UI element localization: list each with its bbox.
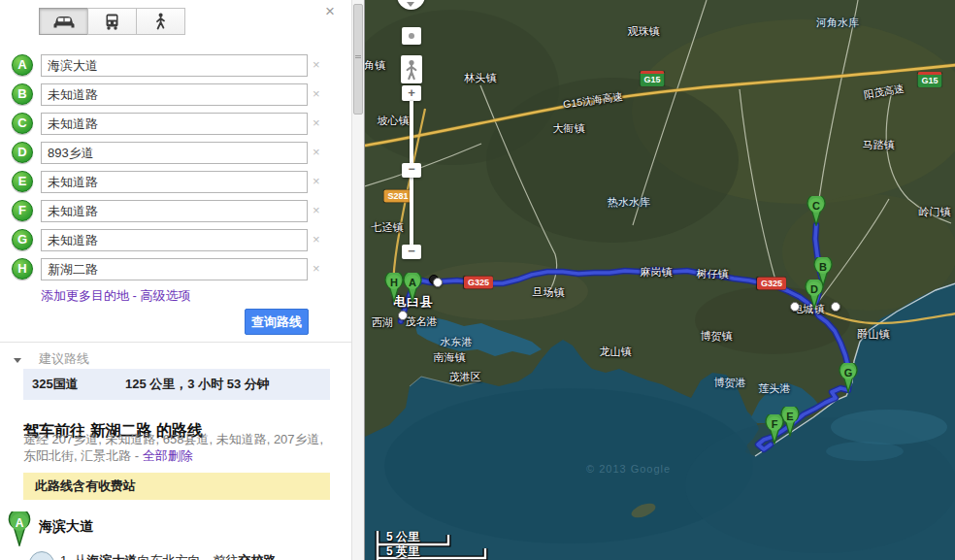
waypoint-input-e[interactable]	[41, 171, 308, 193]
svg-text:A: A	[16, 516, 24, 530]
map-town-label: 角镇	[364, 58, 385, 73]
map-town-label: 爵山镇	[858, 327, 890, 342]
link-separator: -	[129, 288, 141, 303]
waypoint-row-h: H ×	[0, 258, 351, 280]
walking-mode-button[interactable]	[136, 8, 185, 35]
clear-waypoint-c-icon[interactable]: ×	[313, 116, 320, 130]
clear-waypoint-g-icon[interactable]: ×	[313, 233, 320, 247]
route-marker-pin-d[interactable]: D	[804, 280, 825, 313]
waypoint-badge-f: F	[12, 200, 33, 221]
svg-text:F: F	[772, 418, 778, 430]
svg-text:C: C	[812, 200, 820, 212]
waypoint-badge-a: A	[12, 54, 33, 76]
panel-scrollbar-thumb[interactable]	[353, 4, 363, 115]
waypoint-input-f[interactable]	[41, 200, 308, 222]
clear-waypoint-d-icon[interactable]: ×	[313, 146, 320, 159]
clear-waypoint-h-icon[interactable]: ×	[313, 262, 320, 276]
step-number: 1.	[60, 553, 71, 560]
dot-icon	[409, 33, 414, 39]
waypoint-badge-e: E	[12, 171, 33, 192]
remove-all-link[interactable]: 全部删除	[143, 448, 193, 463]
route-via-point[interactable]	[831, 302, 840, 312]
route-via-point[interactable]	[398, 311, 408, 320]
route-name: 325国道	[32, 376, 125, 393]
suggested-routes-label: 建议路线	[39, 350, 89, 368]
map-town-label: 旦场镇	[533, 285, 565, 300]
waypoint-row-e: E ×	[0, 171, 351, 193]
scale-miles-label: 5 英里	[386, 544, 419, 560]
waypoint-input-c[interactable]	[41, 113, 308, 135]
zoom-slider-track[interactable]	[410, 101, 413, 255]
clear-waypoint-a-icon[interactable]: ×	[313, 58, 320, 72]
map-water-label: 热水水库	[608, 195, 650, 210]
start-point-name: 海滨大道	[39, 518, 93, 536]
car-icon	[52, 15, 76, 29]
waypoint-badge-b: B	[12, 83, 33, 105]
direction-step-1[interactable]: 1. 从海滨大道向东北方向，前往交校路	[60, 552, 276, 560]
route-via-point[interactable]	[790, 302, 800, 312]
waypoint-input-a[interactable]	[41, 54, 308, 77]
route-shield-g15: G15	[917, 72, 941, 87]
zoom-slider-handle[interactable]: −	[402, 163, 421, 178]
route-marker-pin-a[interactable]: A	[402, 273, 423, 307]
map-town-label: 西湖	[372, 315, 393, 330]
clear-waypoint-b-icon[interactable]: ×	[313, 87, 320, 101]
waypoint-input-h[interactable]	[41, 258, 308, 280]
route-option-selected[interactable]: 325国道 125 公里，3 小时 53 分钟	[23, 369, 330, 400]
clear-waypoint-e-icon[interactable]: ×	[313, 175, 320, 188]
map-canvas[interactable]: 角镇观珠镇林头镇坡心镇大衙镇马踏镇七迳镇岭门镇麻岗镇树仔镇旦场镇电城镇爵山镇博贺…	[364, 0, 955, 560]
waypoint-badge-g: G	[12, 229, 33, 250]
bus-icon	[105, 14, 119, 30]
get-directions-button[interactable]: 查询路线	[245, 309, 309, 335]
svg-text:B: B	[819, 261, 827, 273]
add-destination-link[interactable]: 添加更多目的地	[41, 288, 129, 303]
zoom-out-button[interactable]: −	[402, 245, 421, 259]
advanced-options-link[interactable]: 高级选项	[141, 288, 191, 303]
via-roads-text: 途经 207乡道, 未知道路, 658县道, 未知道路, 207乡道, 东阳北街…	[23, 431, 334, 464]
step-drag-handle[interactable]	[29, 551, 54, 560]
svg-text:A: A	[409, 277, 416, 288]
zoom-in-button[interactable]: +	[402, 85, 421, 101]
panel-scrollbar[interactable]	[351, 0, 364, 560]
waypoint-badge-c: C	[12, 113, 33, 134]
route-marker-pin-c[interactable]: C	[806, 196, 827, 230]
map-town-label: 观珠镇	[628, 24, 660, 39]
transit-mode-button[interactable]	[87, 8, 137, 35]
route-marker-pin-f[interactable]: F	[764, 414, 785, 448]
map-town-label: 大衙镇	[553, 121, 585, 136]
street-view-pegman[interactable]	[401, 55, 422, 83]
svg-text:D: D	[810, 283, 818, 295]
map-town-label: 龙山镇	[600, 345, 632, 359]
waypoint-input-d[interactable]	[41, 142, 308, 164]
map-reset-button[interactable]	[402, 27, 421, 45]
map-town-label: 坡心镇	[378, 114, 410, 128]
waypoint-input-g[interactable]	[41, 229, 308, 251]
clear-waypoint-f-icon[interactable]: ×	[313, 204, 320, 217]
map-water-label: 河角水库	[816, 16, 859, 30]
waypoint-badge-d: D	[12, 142, 33, 163]
route-shield-g15: G15	[640, 71, 664, 86]
waypoint-row-g: G ×	[0, 229, 351, 251]
panel-divider	[0, 342, 351, 343]
waypoint-input-b[interactable]	[41, 83, 308, 106]
map-town-label: 马踏镇	[863, 138, 895, 152]
route-shield-g325: G325	[464, 277, 493, 289]
waypoint-row-c: C ×	[0, 113, 351, 135]
svg-text:E: E	[786, 411, 793, 422]
close-panel-button[interactable]: ×	[321, 3, 339, 20]
suggested-routes-header[interactable]: 建议路线	[14, 350, 89, 368]
route-marker-pin-g[interactable]: G	[838, 363, 859, 397]
waypoint-badge-h: H	[12, 258, 33, 280]
waypoint-row-b: B ×	[0, 83, 351, 106]
waypoint-row-f: F ×	[0, 200, 351, 222]
map-town-label: 树仔镇	[697, 267, 729, 281]
google-maps-directions-screen: × A × B × C × D × E × F ×	[0, 0, 955, 560]
svg-text:G: G	[844, 367, 853, 379]
route-via-point[interactable]	[433, 278, 443, 287]
route-shield-s281: S281	[383, 190, 412, 203]
directions-panel: × A × B × C × D × E × F ×	[0, 0, 351, 560]
toll-warning-text: 此路线含有收费站	[35, 478, 136, 495]
map-water-label: 莲头港	[759, 381, 791, 396]
driving-mode-button[interactable]	[39, 8, 88, 35]
travel-mode-buttons	[40, 8, 185, 35]
